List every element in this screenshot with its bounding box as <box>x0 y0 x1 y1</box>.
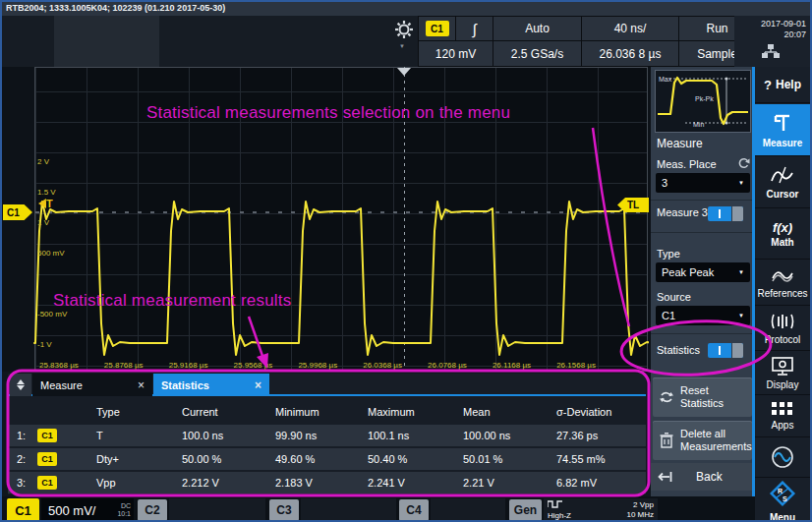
timebase-cell[interactable]: 40 ns/ <box>581 16 679 41</box>
trigger-marker[interactable]: T <box>38 198 53 209</box>
sidebar-cursor-label: Cursor <box>767 189 799 200</box>
back-icon <box>651 471 678 483</box>
t-label: 26.1168 µs <box>493 361 531 370</box>
help-icon: ? <box>764 78 772 92</box>
trigger-mode-cell[interactable]: Auto <box>493 16 582 41</box>
results-tabs-bar: Measure × Statistics × <box>8 374 646 396</box>
table-row[interactable]: 2: C1 Dty+ 50.00 % 49.60 % 50.40 % 50.01… <box>8 448 646 470</box>
sidebar-item-display[interactable]: Display <box>755 352 810 395</box>
meas-place-cycle-icon[interactable] <box>737 156 750 174</box>
t-label: 25.9968 µs <box>298 361 337 370</box>
svg-text:S: S <box>783 495 787 502</box>
generator-impedance: High-Z <box>548 511 571 520</box>
back-button[interactable]: Back <box>651 463 752 491</box>
sidebar-item-protocol[interactable]: Protocol <box>755 307 810 351</box>
chevron-down-icon: ▼ <box>738 269 744 275</box>
close-icon[interactable]: × <box>255 378 261 392</box>
delete-all-measurements-button[interactable]: Delete all Measurements <box>653 421 752 460</box>
reset-statistics-button[interactable]: Reset Statistics <box>653 377 752 417</box>
t-label: 25.8768 µs <box>104 361 144 370</box>
channel1-offset-label: C1 <box>7 207 20 218</box>
sort-up-icon <box>17 379 25 384</box>
channel3-badge[interactable]: C3 <box>269 499 299 521</box>
measure-n-toggle[interactable] <box>708 206 743 221</box>
sort-rows-button[interactable] <box>10 374 31 396</box>
trigger-source-badge: C1 <box>426 21 449 36</box>
sidebar-item-help[interactable]: ? Help <box>755 67 810 103</box>
v-label: -500 mV <box>37 310 67 319</box>
measure-icon <box>772 112 793 136</box>
t-label: 25.9568 µs <box>234 361 273 370</box>
channel1-probe: 10:1 <box>117 510 131 517</box>
references-icon <box>770 266 795 286</box>
settings-gear-icon[interactable] <box>394 20 414 39</box>
source-dropdown[interactable]: C1 ▼ <box>656 306 750 325</box>
table-row[interactable]: 3: C1 Vpp 2.212 V 2.183 V 2.241 V 2.21 V… <box>8 472 646 493</box>
channel2-settings-block[interactable] <box>169 498 265 522</box>
col-deviation: σ-Deviation <box>556 406 646 418</box>
channel1-badge[interactable]: C1 <box>7 498 39 522</box>
trigger-level-cell[interactable]: 120 mV <box>418 40 493 67</box>
generator-settings-block[interactable]: High-Z 2 Vpp 10 MHz <box>544 498 658 522</box>
horizontal-position-cell[interactable]: 26.036 8 µs <box>581 40 679 67</box>
statistics-toggle[interactable] <box>708 343 743 358</box>
sidebar-item-references[interactable]: References <box>755 261 810 306</box>
delete-label-line1: Delete all <box>680 428 725 439</box>
results-panel: Measure × Statistics × Type Current Mini… <box>8 374 646 494</box>
sidebar-item-cursor[interactable]: Cursor <box>755 157 810 208</box>
sidebar-item-apps[interactable]: Apps <box>755 396 810 437</box>
sample-rate-cell[interactable]: 2.5 GSa/s <box>493 40 582 67</box>
waveform-trace <box>34 202 649 355</box>
channel4-badge[interactable]: C4 <box>399 499 429 521</box>
v-label: 2 V <box>37 157 49 166</box>
table-row[interactable]: 1: C1 T 100.0 ns 99.90 ns 100.1 ns 100.0… <box>8 425 646 446</box>
t-label: 26.0368 µs <box>363 361 402 370</box>
channel2-badge[interactable]: C2 <box>138 499 167 521</box>
v-label: 1 V <box>37 218 49 227</box>
close-icon[interactable]: × <box>138 378 145 392</box>
col-type: Type <box>96 406 182 418</box>
trigger-slope-cell[interactable]: ∫ <box>455 16 493 41</box>
v-label: -1 V <box>37 340 52 349</box>
sidebar-references-label: References <box>757 288 807 299</box>
meas-place-value: 3 <box>662 177 667 189</box>
trigger-source-cell[interactable]: C1 <box>418 16 456 41</box>
sidebar-item-math[interactable]: f(x) Math <box>755 209 810 260</box>
channel-bar: C1 500 mV/ DC 10:1 C2 C3 C4 Gen High-Z <box>2 496 755 522</box>
sidebar-item-generator[interactable] <box>755 438 810 478</box>
square-wave-icon <box>548 500 571 510</box>
fx-icon: f(x) <box>773 220 792 235</box>
sidebar-protocol-label: Protocol <box>765 334 801 345</box>
sidebar-item-menu[interactable]: R S Menu <box>755 479 810 522</box>
waveform-svg <box>2 67 649 372</box>
display-icon <box>771 357 794 377</box>
sidebar-help-label: Help <box>776 78 801 91</box>
reset-icon <box>653 389 680 405</box>
sidebar-item-measure[interactable]: Measure <box>755 104 810 156</box>
generator-badge[interactable]: Gen <box>509 499 542 521</box>
channel-badge: C1 <box>37 452 57 466</box>
trigger-slope-icon: ∫ <box>472 21 476 37</box>
tab-statistics[interactable]: Statistics × <box>153 374 269 396</box>
t-label: 25.8368 µs <box>39 361 79 370</box>
sidebar-menu-label: Menu <box>770 512 795 522</box>
col-minimum: Minimum <box>275 406 368 418</box>
tab-measure[interactable]: Measure × <box>32 374 152 396</box>
sidebar-apps-label: Apps <box>772 420 794 431</box>
t-label: 25.9168 µs <box>169 361 208 370</box>
channel1-settings-block[interactable]: 500 mV/ DC 10:1 <box>41 498 134 522</box>
results-header-row: Type Current Minimum Maximum Mean σ-Devi… <box>8 401 646 423</box>
generator-frequency: 10 MHz <box>626 510 654 520</box>
measure-menu-panel: Max Pk-Pk Min Measure Meas. Place 3 ▼ Me… <box>651 67 755 522</box>
col-current: Current <box>182 406 275 418</box>
type-dropdown[interactable]: Peak Peak ▼ <box>656 262 750 282</box>
header-expand-chevron-icon[interactable]: ▼ <box>399 43 405 49</box>
channel4-settings-block[interactable] <box>431 498 505 522</box>
trash-icon <box>653 433 680 448</box>
channel3-settings-block[interactable] <box>301 498 396 522</box>
meas-place-dropdown[interactable]: 3 ▼ <box>656 173 750 193</box>
time-text: 20:07 <box>734 29 806 40</box>
channel-badge: C1 <box>37 476 57 490</box>
svg-text:R: R <box>778 488 783 494</box>
tab-measure-label: Measure <box>40 379 83 391</box>
